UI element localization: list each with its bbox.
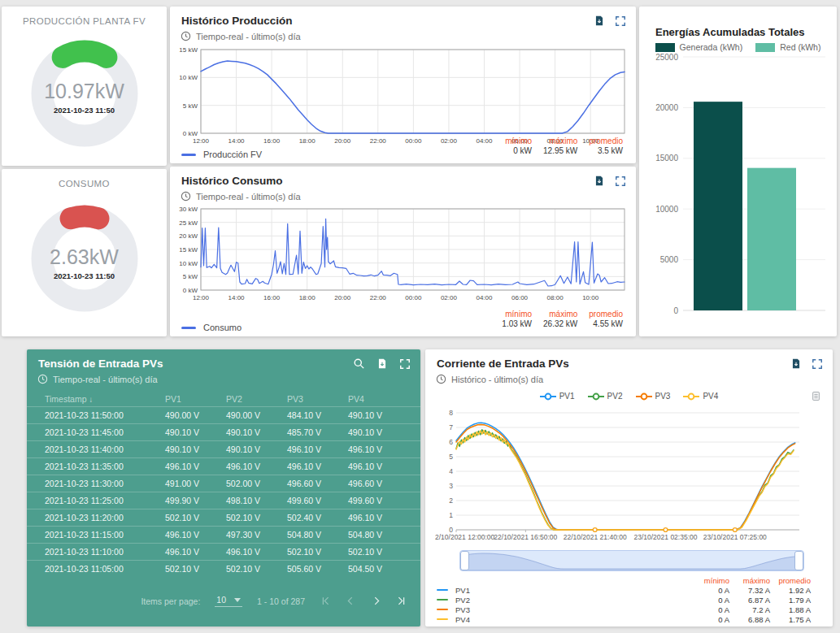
timewindow-label[interactable]: Tiempo-real - último(s) día (53, 375, 158, 384)
cell-timestamp: 2021-10-23 11:15:00 (45, 530, 165, 540)
svg-text:5 kW: 5 kW (183, 102, 198, 110)
items-per-page-select[interactable]: 10 (215, 595, 242, 607)
table-row[interactable]: 2021-10-23 11:20:00502.10 V502.10 V502.4… (27, 509, 420, 526)
stats-row-pv3[interactable]: PV30 A7.2 A1.88 A (437, 605, 811, 614)
svg-text:06:00: 06:00 (511, 294, 529, 301)
svg-text:14:00: 14:00 (228, 294, 246, 301)
svg-text:2: 2 (449, 496, 453, 505)
gauge-production-title: PRODUCCIÓN PLANTA FV (2, 7, 167, 26)
cell-value: 504.50 V (348, 564, 405, 574)
export-data-icon[interactable] (594, 175, 605, 187)
cell-value: 502.10 V (226, 564, 287, 574)
cell-value: 504.80 V (287, 530, 348, 540)
table-row[interactable]: 2021-10-23 11:50:00490.00 V490.00 V484.1… (27, 406, 420, 423)
corriente-stats-legend: mínimomáximopromedioPV10 A7.32 A1.92 APV… (437, 575, 811, 624)
table-row[interactable]: 2021-10-23 11:45:00490.10 V490.10 V485.7… (27, 423, 420, 440)
consumo-line-chart[interactable]: 30 kW25 kW20 kW15 kW10 kW5 kW0 kW12:0014… (178, 206, 628, 305)
legend-produccion-fv[interactable]: Producción FV (181, 150, 262, 159)
stats-row-pv2[interactable]: PV20 A6.87 A1.79 A (437, 595, 811, 605)
table-row[interactable]: 2021-10-23 11:10:00496.10 V496.10 V502.1… (27, 543, 420, 560)
cell-timestamp: 2021-10-23 11:35:00 (45, 462, 165, 471)
column-header-pv2[interactable]: PV2 (226, 394, 287, 404)
table-row[interactable]: 2021-10-23 11:25:00499.90 V498.10 V499.6… (27, 492, 420, 509)
timewindow-label[interactable]: Tiempo-real - último(s) día (196, 192, 301, 202)
cell-value: 496.10 V (287, 462, 348, 471)
widget-title: Energías Acumuladas Totales (655, 26, 805, 38)
table-pagination: Items per page: 10 1 - 10 of 287 (141, 595, 407, 607)
range-handle-right[interactable] (794, 551, 803, 570)
last-page-button[interactable] (395, 595, 407, 607)
previous-page-button[interactable] (345, 595, 357, 607)
svg-text:3: 3 (449, 482, 453, 490)
timewindow-label[interactable]: Tiempo-real - último(s) día (196, 32, 301, 41)
stats-row-pv1[interactable]: PV10 A7.32 A1.92 A (437, 585, 811, 595)
cell-value: 496.60 V (348, 479, 405, 488)
legend-item-pv4[interactable]: PV4 (683, 392, 718, 401)
consumo-min: 1.03 kW (502, 319, 532, 328)
legend-item-pv3[interactable]: PV3 (636, 392, 671, 401)
series-name: PV1 (455, 586, 470, 595)
cell-value: 502.10 V (226, 513, 287, 522)
table-row[interactable]: 2021-10-23 11:40:00490.10 V490.10 V496.1… (27, 440, 420, 457)
series-min: 0 A (689, 596, 729, 605)
cell-value: 485.70 V (287, 427, 348, 437)
first-page-button[interactable] (320, 595, 332, 607)
time-range-scrollbar[interactable] (459, 550, 804, 571)
series-avg: 1.92 A (770, 586, 811, 595)
next-page-button[interactable] (370, 595, 382, 607)
widget-title: Histórico Consumo (181, 175, 283, 187)
svg-text:02:00: 02:00 (441, 294, 458, 301)
svg-text:18:00: 18:00 (299, 294, 316, 301)
range-handle-left[interactable] (460, 551, 469, 570)
column-header-timestamp[interactable]: Timestamp ↓ (45, 394, 165, 404)
legend-generada[interactable]: Generada (kWh) (655, 42, 743, 52)
cell-value: 490.10 V (165, 444, 226, 454)
export-data-icon[interactable] (790, 358, 802, 370)
fullscreen-icon[interactable] (399, 358, 411, 370)
legend-consumo[interactable]: Consumo (181, 323, 242, 332)
export-data-icon[interactable] (376, 358, 388, 370)
column-header-pv1[interactable]: PV1 (165, 394, 226, 404)
legend-red[interactable]: Red (kWh) (755, 42, 820, 52)
energias-legend: Generada (kWh) Red (kWh) (639, 42, 837, 52)
cell-value: 502.10 V (165, 513, 226, 522)
series-max: 6.88 A (729, 615, 770, 624)
table-row[interactable]: 2021-10-23 11:30:00491.00 V502.00 V496.6… (27, 475, 420, 492)
cell-value: 490.10 V (226, 427, 287, 437)
stats-header-max: máximo (729, 576, 770, 585)
stats-header-row: mínimomáximopromedio (437, 575, 811, 585)
corriente-line-chart[interactable]: 8765432102/10/2021 12:00:0022/10/2021 16… (435, 408, 809, 546)
svg-text:1: 1 (449, 511, 453, 519)
produccion-max: 12.95 kW (543, 146, 577, 155)
timewindow-label[interactable]: Histórico - último(s) día (451, 375, 543, 384)
fullscreen-icon[interactable] (812, 358, 823, 370)
cell-value: 502.00 V (226, 479, 287, 488)
search-icon[interactable] (353, 358, 365, 370)
export-data-icon[interactable] (594, 15, 605, 27)
energias-bar-chart[interactable]: 0500010000150002000025000 (646, 54, 832, 332)
cell-value: 490.10 V (348, 427, 405, 437)
legend-swatch (181, 154, 196, 156)
column-header-pv4[interactable]: PV4 (348, 394, 405, 404)
page-range-label: 1 - 10 of 287 (257, 596, 305, 606)
column-header-pv3[interactable]: PV3 (287, 394, 348, 404)
table-row[interactable]: 2021-10-23 11:15:00496.10 V497.30 V504.8… (27, 526, 420, 543)
cell-timestamp: 2021-10-23 11:05:00 (45, 564, 165, 574)
legend-marker (683, 392, 699, 401)
stats-row-pv4[interactable]: PV40 A6.88 A1.75 A (437, 614, 811, 624)
legend-item-pv2[interactable]: PV2 (588, 392, 623, 401)
dashboard: PRODUCCIÓN PLANTA FV 10.97kW 2021-10-23 … (0, 0, 840, 633)
gauge-consumption-title: CONSUMO (2, 169, 167, 189)
table-row[interactable]: 2021-10-23 11:05:00502.10 V502.10 V505.6… (27, 560, 420, 577)
fullscreen-icon[interactable] (615, 15, 626, 27)
fullscreen-icon[interactable] (615, 176, 626, 187)
corriente-top-legend: PV1PV2PV3PV4 (425, 392, 833, 401)
legend-item-pv1[interactable]: PV1 (540, 392, 575, 401)
svg-text:22/10/2021 16:50:00: 22/10/2021 16:50:00 (494, 533, 557, 541)
produccion-line-chart[interactable]: 15 kW10 kW5 kW0 kW12:0014:0016:0018:0020… (178, 46, 628, 148)
table-row[interactable]: 2021-10-23 11:35:00496.10 V496.10 V496.1… (27, 457, 420, 475)
svg-text:25 kW: 25 kW (179, 219, 198, 227)
cell-value: 499.60 V (348, 496, 405, 505)
cell-value: 496.10 V (165, 547, 226, 557)
svg-text:20000: 20000 (655, 103, 678, 112)
